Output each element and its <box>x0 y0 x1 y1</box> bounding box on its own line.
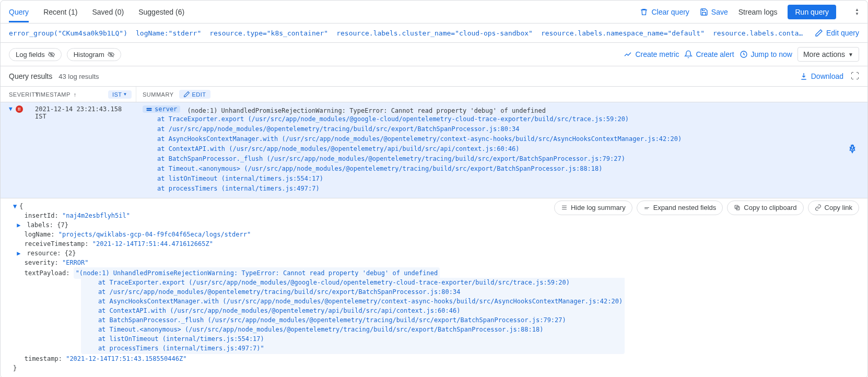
link-icon <box>815 204 822 211</box>
expand-nested-button[interactable]: Expand nested fields <box>637 201 723 215</box>
pencil-icon <box>183 91 190 98</box>
copy-icon <box>734 204 741 211</box>
col-severity[interactable]: SEVERITY <box>1 91 32 98</box>
stack-trace-line: at AsyncHooksContextManager.with (/usr/s… <box>143 134 847 144</box>
results-count: 43 log results <box>58 73 99 80</box>
json-caret-icon[interactable]: ▶ <box>17 249 23 258</box>
query-token[interactable]: resource.type="k8s_container" <box>209 29 328 37</box>
log-summary: server (node:1) UnhandledPromiseRejectio… <box>136 104 867 196</box>
row-caret-icon[interactable]: ▼ <box>9 105 13 112</box>
stream-logs-button[interactable]: Stream logs <box>738 8 778 16</box>
text-payload-line: at Timeout.<anonymous> (/usr/src/app/nod… <box>83 325 623 334</box>
create-metric-button[interactable]: Create metric <box>624 50 679 58</box>
copy-clipboard-button[interactable]: Copy to clipboard <box>727 201 803 215</box>
tab-query[interactable]: Query <box>9 2 29 22</box>
results-title: Query results <box>9 72 52 80</box>
col-timestamp[interactable]: TIMESTAMP ↑ IST▼ <box>32 87 136 102</box>
log-timestamp: 2021-12-14 23:21:43.158 IST <box>32 104 136 196</box>
text-payload-line: at AsyncHooksContextManager.with (/usr/s… <box>83 297 623 306</box>
toolbar: Log fields Histogram Create metric Creat… <box>1 43 867 66</box>
col-summary: SUMMARY EDIT <box>136 90 867 99</box>
sort-asc-icon: ↑ <box>74 91 77 98</box>
pencil-icon <box>815 29 823 37</box>
pin-icon[interactable] <box>848 144 857 156</box>
visibility-off-icon <box>48 51 55 58</box>
stack-trace-line: at BatchSpanProcessor._flush (/usr/src/a… <box>143 154 847 164</box>
stack-trace-line: at TraceExporter.export (/usr/src/app/no… <box>143 114 847 124</box>
svg-rect-3 <box>147 108 152 109</box>
container-icon <box>146 106 153 113</box>
log-row[interactable]: ▼ !! 2021-12-14 23:21:43.158 IST server … <box>1 102 867 198</box>
expand-toggle[interactable]: ▲▼ <box>849 8 859 16</box>
query-bar: error_group("CKum4sa0k9b1LQ")logName:"st… <box>1 23 867 43</box>
stack-trace-line: at Timeout.<anonymous> (/usr/src/app/nod… <box>143 164 847 174</box>
expand-icon <box>643 204 650 211</box>
severity-error-badge: !! <box>16 105 23 113</box>
more-actions-dropdown[interactable]: More actions ▼ <box>797 47 859 62</box>
histogram-chip[interactable]: Histogram <box>67 48 121 61</box>
trash-icon <box>640 8 648 16</box>
log-fields-chip[interactable]: Log fields <box>9 48 62 61</box>
query-text[interactable]: error_group("CKum4sa0k9b1LQ")logName:"st… <box>9 29 806 37</box>
text-payload-line: at /usr/src/app/node_modules/@openteleme… <box>83 287 623 297</box>
tabs-row: QueryRecent (1)Saved (0)Suggested (6) Cl… <box>1 1 867 23</box>
bell-icon <box>684 50 693 58</box>
clock-icon <box>740 50 748 58</box>
stack-trace-line: at listOnTimeout (internal/timers.js:554… <box>143 174 847 184</box>
table-head: SEVERITY TIMESTAMP ↑ IST▼ SUMMARY EDIT <box>1 87 867 102</box>
visibility-off-icon <box>108 51 114 58</box>
text-payload-line: at processTimers (internal/timers.js:497… <box>83 344 623 353</box>
results-header: Query results 43 log results Download ⛶ <box>1 66 867 87</box>
edit-summary-chip[interactable]: EDIT <box>179 90 210 99</box>
server-chip[interactable]: server <box>143 105 180 113</box>
collapse-icon[interactable]: ⛶ <box>851 72 859 81</box>
clear-query-button[interactable]: Clear query <box>640 8 689 16</box>
json-caret-icon[interactable]: ▶ <box>17 220 23 230</box>
svg-rect-4 <box>147 110 152 111</box>
list-icon <box>561 204 568 211</box>
stack-trace-line: at processTimers (internal/timers.js:497… <box>143 184 847 194</box>
query-token[interactable]: resource.labels.cluster_name="cloud-ops-… <box>336 29 533 37</box>
jump-to-now-button[interactable]: Jump to now <box>740 50 792 58</box>
query-token[interactable]: logName:"stderr" <box>136 29 201 37</box>
text-payload-line: at BatchSpanProcessor._flush (/usr/src/a… <box>83 315 623 325</box>
json-caret-icon[interactable]: ▼ <box>13 202 19 211</box>
chevron-down-icon: ▼ <box>848 52 853 57</box>
edit-query-button[interactable]: Edit query <box>815 29 859 37</box>
tab-recent[interactable]: Recent (1) <box>43 2 77 22</box>
text-payload-line: at TraceExporter.export (/usr/src/app/no… <box>83 278 623 287</box>
copy-link-button[interactable]: Copy link <box>808 201 859 215</box>
json-panel: Hide log summary Expand nested fields Co… <box>1 198 867 378</box>
log-message: (node:1) UnhandledPromiseRejectionWarnin… <box>187 107 546 114</box>
download-button[interactable]: Download <box>800 72 843 80</box>
save-icon <box>700 8 708 16</box>
metric-icon <box>624 50 632 58</box>
timezone-chip[interactable]: IST▼ <box>108 90 132 99</box>
save-button[interactable]: Save <box>700 8 728 16</box>
create-alert-button[interactable]: Create alert <box>684 50 734 58</box>
query-token[interactable]: resource.labels.namespace_name="default" <box>541 29 705 37</box>
stack-trace-line: at ContextAPI.with (/usr/src/app/node_mo… <box>143 144 847 154</box>
stack-trace-line: at /usr/src/app/node_modules/@openteleme… <box>143 124 847 134</box>
query-token[interactable]: error_group("CKum4sa0k9b1LQ") <box>9 29 127 37</box>
tab-suggested[interactable]: Suggested (6) <box>138 2 184 22</box>
text-payload-line: at ContextAPI.with (/usr/src/app/node_mo… <box>83 306 623 315</box>
query-token[interactable]: resource.labels.containe… <box>713 29 806 37</box>
tab-saved[interactable]: Saved (0) <box>92 2 124 22</box>
download-icon <box>800 72 808 80</box>
run-query-button[interactable]: Run query <box>788 5 836 19</box>
hide-summary-button[interactable]: Hide log summary <box>554 201 632 215</box>
text-payload-line: at listOnTimeout (internal/timers.js:554… <box>83 334 623 344</box>
